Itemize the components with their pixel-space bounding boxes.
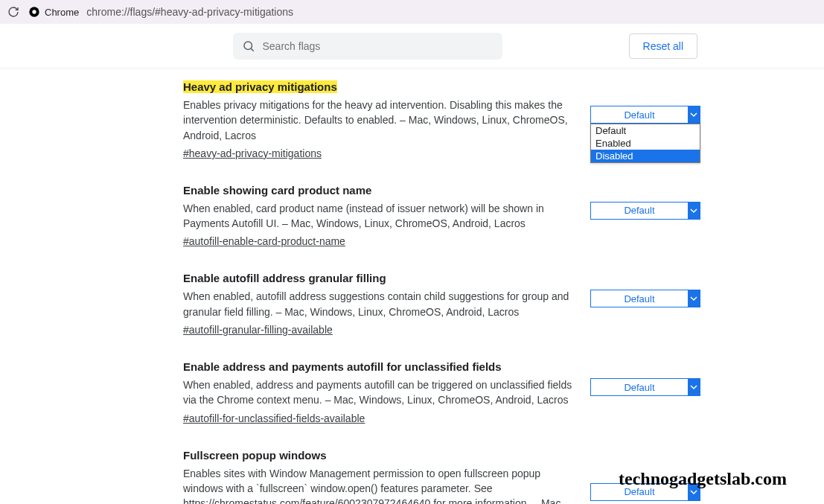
flag-item: Heavy ad privacy mitigationsEnables priv… — [183, 80, 704, 160]
flag-title: Heavy ad privacy mitigations — [183, 80, 337, 93]
chevron-down-icon — [688, 379, 700, 395]
chevron-down-icon — [688, 106, 700, 123]
flag-select-value: Default — [591, 109, 688, 121]
chrome-label: Chrome — [45, 7, 79, 18]
flags-page: Reset all Heavy ad privacy mitigationsEn… — [0, 24, 824, 504]
chrome-icon — [28, 6, 40, 18]
flag-select[interactable]: Default — [590, 378, 700, 396]
svg-line-3 — [251, 48, 253, 51]
flag-description: When enabled, card product name (instead… — [183, 201, 578, 232]
chevron-down-icon — [688, 202, 700, 219]
flag-item: Enable autofill address granular filling… — [183, 272, 704, 336]
svg-point-1 — [32, 10, 36, 13]
chevron-down-icon — [688, 290, 700, 307]
flag-tag-link[interactable]: #heavy-ad-privacy-mitigations — [183, 147, 322, 159]
reset-all-button[interactable]: Reset all — [629, 34, 697, 59]
flag-item: Enable showing card product nameWhen ena… — [183, 184, 704, 249]
page-url[interactable]: chrome://flags/#heavy-ad-privacy-mitigat… — [86, 6, 293, 18]
flag-description: When enabled, autofill address suggestio… — [183, 289, 578, 319]
flag-title: Fullscreen popup windows — [183, 449, 327, 462]
watermark: technogadgetslab.com — [619, 469, 787, 489]
flag-item: Enable address and payments autofill for… — [183, 360, 704, 425]
topbar: Reset all — [0, 24, 824, 68]
flag-select-value: Default — [591, 293, 688, 304]
flag-description: Enables privacy mitigations for the heav… — [183, 98, 578, 143]
flag-tag-link[interactable]: #autofill-for-unclassified-fields-availa… — [183, 412, 365, 424]
browser-url-bar: Chrome chrome://flags/#heavy-ad-privacy-… — [0, 0, 824, 24]
flag-select-option[interactable]: Disabled — [591, 150, 700, 162]
flag-select[interactable]: Default — [590, 290, 700, 307]
reload-icon[interactable] — [6, 6, 21, 18]
flag-tag-link[interactable]: #autofill-enable-card-product-name — [183, 235, 345, 247]
flag-title: Enable autofill address granular filling — [183, 272, 386, 284]
flag-select-option[interactable]: Default — [591, 124, 700, 137]
flag-select-value: Default — [591, 205, 688, 216]
flag-title: Enable showing card product name — [183, 184, 371, 197]
chrome-chip: Chrome — [28, 6, 79, 18]
flags-list: Heavy ad privacy mitigationsEnables priv… — [0, 68, 824, 504]
search-icon — [242, 39, 255, 53]
flag-select-value: Default — [591, 382, 688, 393]
flag-select[interactable]: Default — [590, 106, 700, 124]
flag-tag-link[interactable]: #autofill-granular-filling-available — [183, 324, 333, 336]
flag-title: Enable address and payments autofill for… — [183, 360, 502, 373]
flag-description: Enables sites with Window Management per… — [183, 466, 578, 504]
flag-description: When enabled, address and payments autof… — [183, 377, 578, 408]
search-box[interactable] — [233, 33, 502, 60]
flag-select-options[interactable]: DefaultEnabledDisabled — [590, 124, 700, 163]
search-input[interactable] — [263, 40, 494, 52]
flag-select[interactable]: Default — [590, 202, 700, 220]
svg-point-2 — [244, 42, 252, 50]
flag-select-option[interactable]: Enabled — [591, 137, 700, 150]
